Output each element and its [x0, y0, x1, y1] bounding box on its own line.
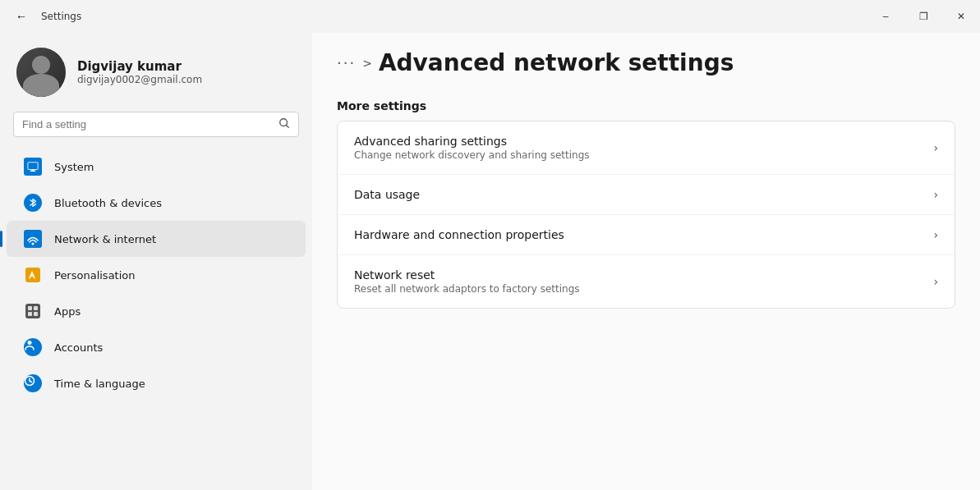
main-content: ··· > Advanced network settings More set… — [312, 33, 980, 490]
settings-card: Advanced sharing settings Change network… — [337, 121, 955, 309]
app-body: Digvijay kumar digvijay0002@gmail.com — [0, 33, 980, 490]
user-info: Digvijay kumar digvijay0002@gmail.com — [77, 59, 202, 85]
app-title: Settings — [41, 11, 81, 22]
breadcrumb-dots: ··· — [337, 54, 356, 71]
settings-item-text-data-usage: Data usage — [354, 188, 420, 201]
window-controls: – ❐ ✕ — [867, 3, 980, 30]
svg-rect-8 — [28, 306, 32, 310]
clock-icon — [23, 373, 43, 393]
search-container — [0, 112, 312, 149]
minimize-button[interactable]: – — [867, 3, 904, 30]
sidebar-item-apps[interactable]: Apps — [7, 293, 306, 329]
settings-item-title-network-reset: Network reset — [354, 268, 580, 282]
settings-item-text-advanced-sharing: Advanced sharing settings Change network… — [354, 135, 590, 161]
chevron-icon-network-reset: › — [933, 275, 938, 288]
settings-item-desc-advanced-sharing: Change network discovery and sharing set… — [354, 149, 590, 161]
brush-icon — [23, 265, 43, 285]
settings-item-text-network-reset: Network reset Reset all network adaptors… — [354, 268, 580, 295]
svg-rect-2 — [28, 163, 38, 170]
apps-icon — [23, 301, 43, 321]
svg-rect-7 — [25, 304, 40, 318]
sidebar-item-system[interactable]: System — [7, 149, 306, 185]
search-icon — [278, 117, 290, 131]
sidebar-item-accounts[interactable]: Accounts — [7, 329, 306, 365]
settings-item-data-usage[interactable]: Data usage › — [338, 175, 955, 215]
search-input[interactable] — [22, 118, 272, 131]
avatar-image — [16, 48, 66, 97]
bluetooth-icon — [23, 193, 43, 213]
more-settings-section: More settings Advanced sharing settings … — [312, 99, 980, 309]
title-bar: ← Settings – ❐ ✕ — [0, 0, 980, 33]
sidebar-item-label-apps: Apps — [54, 305, 81, 318]
network-icon — [23, 229, 43, 249]
user-email: digvijay0002@gmail.com — [77, 74, 202, 85]
nav-list: System Bluetooth & devices — [0, 149, 312, 401]
page-header: ··· > Advanced network settings — [312, 33, 980, 99]
settings-item-desc-network-reset: Reset all network adaptors to factory se… — [354, 283, 580, 295]
settings-item-title-hardware-connection: Hardware and connection properties — [354, 228, 564, 241]
svg-line-1 — [286, 125, 288, 127]
user-name: Digvijay kumar — [77, 59, 202, 74]
settings-item-network-reset[interactable]: Network reset Reset all network adaptors… — [338, 255, 955, 308]
settings-item-text-hardware-connection: Hardware and connection properties — [354, 228, 564, 241]
user-profile[interactable]: Digvijay kumar digvijay0002@gmail.com — [0, 33, 312, 112]
sidebar-item-label-network: Network & internet — [54, 233, 156, 245]
svg-point-12 — [28, 341, 32, 345]
search-box[interactable] — [13, 112, 299, 137]
settings-item-title-advanced-sharing: Advanced sharing settings — [354, 135, 590, 148]
sidebar-item-label-bluetooth: Bluetooth & devices — [54, 197, 162, 209]
chevron-icon-hardware-connection: › — [933, 228, 938, 241]
sidebar-item-label-system: System — [54, 161, 94, 173]
person-icon — [23, 337, 43, 357]
back-button[interactable]: ← — [10, 5, 33, 28]
settings-item-hardware-connection[interactable]: Hardware and connection properties › — [338, 215, 955, 255]
sidebar-item-label-personalisation: Personalisation — [54, 269, 136, 282]
sidebar-item-personalisation[interactable]: Personalisation — [7, 257, 306, 293]
svg-point-5 — [32, 243, 35, 245]
maximize-button[interactable]: ❐ — [904, 3, 942, 30]
sidebar-item-label-accounts: Accounts — [54, 341, 103, 354]
section-title: More settings — [337, 99, 955, 112]
svg-rect-11 — [34, 312, 38, 316]
avatar — [16, 48, 66, 97]
sidebar-item-network[interactable]: Network & internet — [7, 221, 306, 257]
page-title: Advanced network settings — [379, 49, 734, 76]
chevron-icon-data-usage: › — [933, 188, 938, 201]
breadcrumb-arrow: > — [362, 57, 372, 70]
svg-rect-9 — [34, 306, 38, 310]
sidebar: Digvijay kumar digvijay0002@gmail.com — [0, 33, 312, 490]
sidebar-item-bluetooth[interactable]: Bluetooth & devices — [7, 185, 306, 221]
svg-line-15 — [30, 381, 32, 382]
monitor-icon — [23, 157, 43, 176]
close-button[interactable]: ✕ — [942, 3, 980, 30]
svg-rect-10 — [28, 312, 32, 316]
sidebar-item-time[interactable]: Time & language — [7, 365, 306, 401]
settings-item-advanced-sharing[interactable]: Advanced sharing settings Change network… — [338, 121, 955, 175]
sidebar-item-label-time: Time & language — [54, 378, 145, 390]
settings-item-title-data-usage: Data usage — [354, 188, 420, 201]
chevron-icon-advanced-sharing: › — [933, 141, 938, 154]
title-bar-left: ← Settings — [10, 5, 81, 28]
